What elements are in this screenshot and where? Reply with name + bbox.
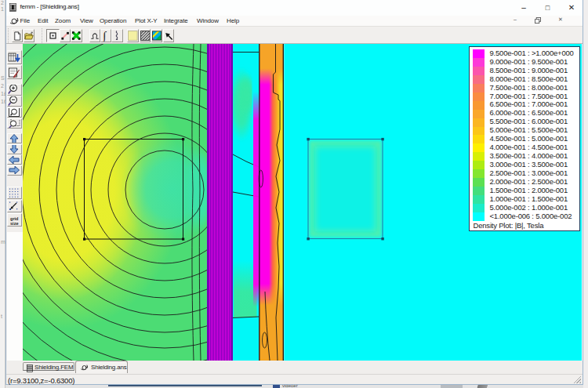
svg-text:∫: ∫: [102, 30, 107, 42]
